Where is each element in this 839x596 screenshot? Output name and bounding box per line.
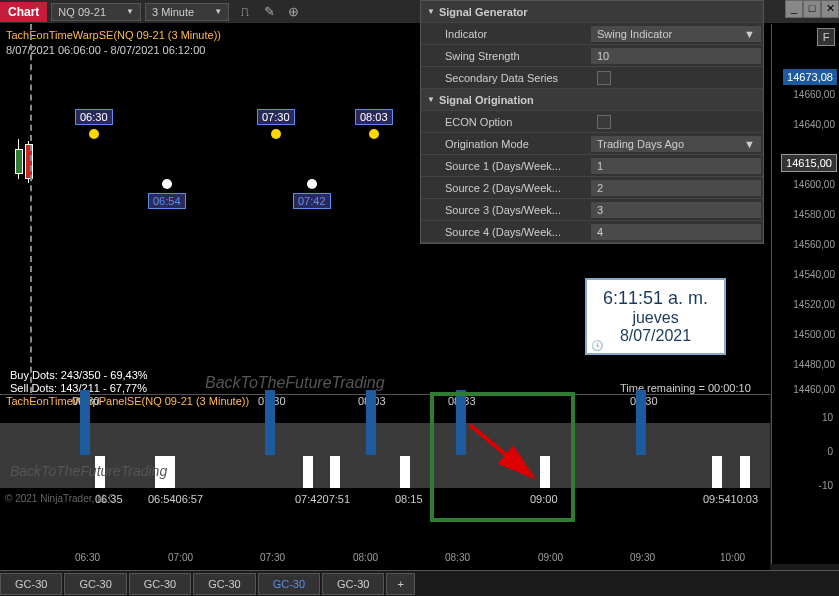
props-section-header[interactable]: ▼Signal Generator [421, 1, 763, 23]
chevron-down-icon: ▼ [126, 7, 134, 16]
maximize-icon[interactable]: □ [803, 0, 821, 18]
ytick: 14540,00 [793, 269, 835, 280]
buy-dot-marker: 08:03 [355, 109, 393, 143]
tab-item-active[interactable]: GC-30 [258, 573, 320, 595]
xtick: 08:00 [353, 552, 378, 563]
panel-bar [366, 390, 376, 455]
white-dot-icon [162, 179, 172, 189]
clock-icon: 🕓 [591, 340, 603, 351]
src2-input[interactable]: 2 [591, 180, 761, 196]
origmode-select[interactable]: Trading Days Ago▼ [591, 136, 761, 152]
prop-label: ECON Option [421, 116, 591, 128]
ytick: 14500,00 [793, 329, 835, 340]
prop-label: Source 2 (Days/Week... [421, 182, 591, 194]
xtick: 09:30 [630, 552, 655, 563]
chevron-down-icon: ▼ [214, 7, 222, 16]
tab-item[interactable]: GC-30 [193, 573, 255, 595]
prop-value: 2 [597, 182, 603, 194]
white-dot-icon [307, 179, 317, 189]
panel-time-label: 06:5406:57 [148, 493, 203, 505]
buy-dot-marker: 06:30 [75, 109, 113, 143]
watermark: BackToTheFutureTrading [10, 463, 167, 479]
prop-label: Swing Strength [421, 50, 591, 62]
clock-date: 8/07/2021 [603, 327, 708, 345]
panel-bar [303, 456, 313, 488]
zoom-icon[interactable]: ⊕ [284, 3, 302, 21]
lower-panel[interactable]: TachEonTimeWarpPanelSE(NQ 09-21 (3 Minut… [0, 394, 770, 574]
prop-label: Origination Mode [421, 138, 591, 150]
close-icon[interactable]: ✕ [821, 0, 839, 18]
indicator-label: TachEonTimeWarpSE(NQ 09-21 (3 Minute)) [6, 29, 221, 41]
tab-item[interactable]: GC-30 [129, 573, 191, 595]
panel-bar [740, 456, 750, 488]
collapse-icon: ▼ [427, 95, 435, 104]
chevron-down-icon: ▼ [744, 138, 755, 150]
timeframe-dropdown[interactable]: 3 Minute▼ [145, 3, 229, 21]
props-section-header[interactable]: ▼Signal Origination [421, 89, 763, 111]
chart-button[interactable]: Chart [0, 2, 47, 22]
panel-bar [80, 390, 90, 455]
prop-value: 1 [597, 160, 603, 172]
swing-input[interactable]: 10 [591, 48, 761, 64]
prop-label: Source 1 (Days/Week... [421, 160, 591, 172]
instrument-dropdown[interactable]: NQ 09-21▼ [51, 3, 141, 21]
prop-value: Swing Indicator [597, 28, 672, 40]
time-range-label: 8/07/2021 06:06:00 - 8/07/2021 06:12:00 [6, 44, 205, 56]
indicator-select[interactable]: Swing Indicator▼ [591, 26, 761, 42]
svg-line-1 [470, 425, 530, 475]
dot-label: 07:42 [293, 193, 331, 209]
panel-bar [400, 456, 410, 488]
src1-input[interactable]: 1 [591, 158, 761, 174]
panel-time-label: 07:4207:51 [295, 493, 350, 505]
tab-item[interactable]: GC-30 [0, 573, 62, 595]
panel-time-label: 08:15 [395, 493, 423, 505]
panel-yaxis: 10 0 -10 [771, 394, 839, 489]
src4-input[interactable]: 4 [591, 224, 761, 240]
panel-time-label: 09:5410:03 [703, 493, 758, 505]
candlestick [15, 144, 41, 184]
section-label: Signal Generator [439, 6, 528, 18]
panel-indicator-label: TachEonTimeWarpPanelSE(NQ 09-21 (3 Minut… [6, 395, 249, 407]
clock-day: jueves [603, 309, 708, 327]
yellow-dot-icon [271, 129, 281, 139]
watermark: BackToTheFutureTrading [205, 374, 385, 392]
ytick: 14580,00 [793, 209, 835, 220]
clock-widget: 6:11:51 a. m. jueves 8/07/2021 🕓 [585, 278, 726, 355]
chevron-down-icon: ▼ [744, 28, 755, 40]
econ-checkbox[interactable] [597, 115, 611, 129]
toolbar-icon[interactable]: ⎍ [236, 3, 254, 21]
panel-time-label: 06:35 [95, 493, 123, 505]
prop-label: Secondary Data Series [421, 72, 591, 84]
src3-input[interactable]: 3 [591, 202, 761, 218]
panel-bar [265, 390, 275, 455]
tab-item[interactable]: GC-30 [64, 573, 126, 595]
ytick: 14520,00 [793, 299, 835, 310]
xtick: 06:30 [75, 552, 100, 563]
ytick: 14480,00 [793, 359, 835, 370]
dot-label: 06:30 [75, 109, 113, 125]
tab-item[interactable]: GC-30 [322, 573, 384, 595]
yellow-dot-icon [89, 129, 99, 139]
ytick: 14600,00 [793, 179, 835, 190]
red-arrow-icon [465, 420, 545, 490]
panel-time-label: 09:00 [530, 493, 558, 505]
secondary-checkbox[interactable] [597, 71, 611, 85]
panel-bar [636, 390, 646, 455]
buy-dot-marker: 07:30 [257, 109, 295, 143]
section-label: Signal Origination [439, 94, 534, 106]
collapse-icon: ▼ [427, 7, 435, 16]
dot-label: 07:30 [257, 109, 295, 125]
add-tab-button[interactable]: + [386, 573, 414, 595]
time-axis[interactable]: 06:30 07:00 07:30 08:00 08:30 09:00 09:3… [0, 552, 770, 570]
xtick: 07:30 [260, 552, 285, 563]
minimize-icon[interactable]: _ [785, 0, 803, 18]
tab-bar: GC-30 GC-30 GC-30 GC-30 GC-30 GC-30 + [0, 570, 839, 596]
timeframe-value: 3 Minute [152, 6, 194, 18]
pytick: 0 [827, 446, 833, 457]
f-button[interactable]: F [817, 28, 835, 46]
panel-bar [712, 456, 722, 488]
ytick: 14640,00 [793, 119, 835, 130]
prop-value: Trading Days Ago [597, 138, 684, 150]
draw-icon[interactable]: ✎ [260, 3, 278, 21]
ytick: 14560,00 [793, 239, 835, 250]
